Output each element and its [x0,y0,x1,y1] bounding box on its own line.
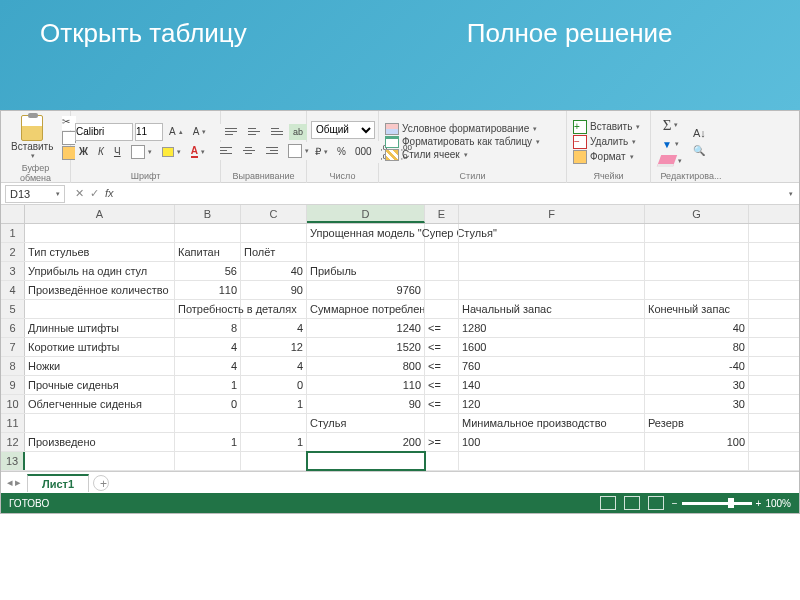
cell[interactable]: Уприбыль на один стул [25,262,175,280]
find-select-button[interactable]: 🔍 [689,143,709,158]
cell[interactable]: Ножки [25,357,175,375]
cell[interactable]: 100 [645,433,749,451]
cell[interactable] [241,224,307,242]
bold-button[interactable]: Ж [75,143,92,161]
cell[interactable] [25,224,175,242]
cell[interactable] [241,414,307,432]
cell[interactable]: 200 [307,433,425,451]
normal-view-button[interactable] [600,496,616,510]
cell[interactable]: Произведено [25,433,175,451]
row-header[interactable]: 8 [1,357,25,375]
cell[interactable]: 4 [175,338,241,356]
clear-button[interactable]: ▾ [655,153,686,169]
cell[interactable] [25,414,175,432]
name-box[interactable]: D13▾ [5,185,65,203]
column-header[interactable]: F [459,205,645,223]
cell[interactable] [459,262,645,280]
font-size-select[interactable] [135,123,163,141]
cell[interactable]: 30 [645,395,749,413]
cell[interactable]: Суммарное потребление [307,300,425,318]
zoom-slider[interactable]: − + 100% [672,498,791,509]
cell[interactable] [307,452,425,470]
cell[interactable]: 4 [175,357,241,375]
cell[interactable]: Длинные штифты [25,319,175,337]
cell[interactable] [425,224,459,242]
cell[interactable] [459,452,645,470]
zoom-in-button[interactable]: + [756,498,762,509]
percent-button[interactable]: % [333,141,350,163]
cell[interactable]: 9760 [307,281,425,299]
cell[interactable]: 1600 [459,338,645,356]
cell[interactable]: 800 [307,357,425,375]
cell[interactable]: 1 [241,433,307,451]
cell[interactable] [425,243,459,261]
cell[interactable]: 120 [459,395,645,413]
paste-button[interactable]: Вставить ▾ [5,113,59,162]
cell[interactable]: Начальный запас [459,300,645,318]
cell[interactable] [645,224,749,242]
cell[interactable]: 1240 [307,319,425,337]
select-all-corner[interactable] [1,205,25,223]
full-solution-link[interactable]: Полное решение [467,18,673,49]
cell[interactable]: 1 [175,433,241,451]
cell[interactable] [459,243,645,261]
autosum-button[interactable]: Σ▾ [659,115,683,136]
cell[interactable]: Резерв [645,414,749,432]
comma-button[interactable]: 000 [351,141,376,163]
cell[interactable]: 0 [175,395,241,413]
cell[interactable]: Потребность в деталях [175,300,241,318]
column-header[interactable]: E [425,205,459,223]
font-name-select[interactable] [75,123,133,141]
align-bottom-button[interactable] [266,124,288,140]
cell[interactable] [241,300,307,318]
cell[interactable]: >= [425,433,459,451]
format-cells-button[interactable]: Формат▾ [571,150,636,164]
cell[interactable]: Стулья [307,414,425,432]
cell[interactable]: Прочные сиденья [25,376,175,394]
row-header[interactable]: 10 [1,395,25,413]
row-header[interactable]: 6 [1,319,25,337]
cell[interactable]: <= [425,357,459,375]
fx-icon[interactable]: fx [105,187,114,200]
cell[interactable] [175,414,241,432]
cell[interactable]: Конечный запас [645,300,749,318]
formula-bar-expand-icon[interactable]: ▾ [783,190,799,198]
cell[interactable]: 4 [241,319,307,337]
italic-button[interactable]: К [94,143,108,161]
format-as-table-button[interactable]: Форматировать как таблицу▾ [383,136,542,148]
underline-button[interactable]: Ч [110,143,125,161]
cell[interactable] [25,452,175,470]
enter-formula-icon[interactable]: ✓ [90,187,99,200]
cell[interactable]: 4 [241,357,307,375]
cell-styles-button[interactable]: Стили ячеек▾ [383,149,470,161]
cell[interactable]: 1520 [307,338,425,356]
fill-color-button[interactable]: ▾ [158,143,185,161]
cell[interactable]: 90 [307,395,425,413]
sort-filter-button[interactable]: A↓ [689,125,710,141]
cell[interactable] [645,452,749,470]
conditional-formatting-button[interactable]: Условное форматирование▾ [383,123,539,135]
cell[interactable]: Облегченные сиденья [25,395,175,413]
cell[interactable]: 110 [307,376,425,394]
cell[interactable] [425,414,459,432]
cell[interactable]: <= [425,395,459,413]
cell[interactable]: Минимальное производство [459,414,645,432]
font-color-button[interactable]: A▾ [187,143,209,161]
add-sheet-button[interactable]: + [93,475,109,491]
open-table-link[interactable]: Открыть таблицу [40,18,247,49]
column-header[interactable]: D [307,205,425,223]
cell[interactable] [645,262,749,280]
wrap-text-button[interactable]: ab [289,124,307,140]
cell[interactable]: <= [425,338,459,356]
row-header[interactable]: 2 [1,243,25,261]
row-header[interactable]: 3 [1,262,25,280]
align-left-button[interactable] [215,142,237,160]
cell[interactable] [307,243,425,261]
tab-scroll-right-icon[interactable]: ▸ [15,476,21,489]
cancel-formula-icon[interactable]: ✕ [75,187,84,200]
row-header[interactable]: 11 [1,414,25,432]
cell[interactable] [25,300,175,318]
row-header[interactable]: 13 [1,452,25,470]
cell[interactable]: Тип стульев [25,243,175,261]
worksheet[interactable]: ABCDEFG 1Упрощенная модель "Супер Стулья… [1,205,799,471]
